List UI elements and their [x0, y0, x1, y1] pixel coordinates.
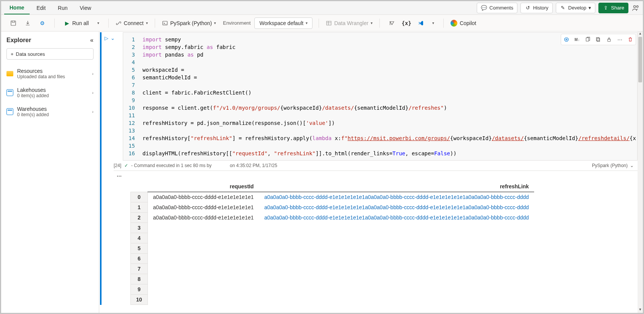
delete-cell-icon[interactable] — [626, 35, 635, 44]
run-cell-icon[interactable]: ▷ — [105, 35, 108, 41]
ribbon: ⚙ ▶ Run all ▾ Connect ▾ PySpark (Python)… — [1, 15, 643, 32]
code-content[interactable]: import sempy import sempy.fabric as fabr… — [138, 33, 638, 160]
explorer-header: Explorer « — [1, 35, 99, 48]
tab-edit[interactable]: Edit — [31, 2, 51, 14]
comments-button[interactable]: 💬 Comments — [477, 3, 517, 13]
convert-markdown-icon[interactable]: M↓ — [573, 35, 582, 44]
save-button[interactable] — [7, 17, 19, 29]
chevron-down-icon: ▾ — [97, 21, 99, 25]
freeze-button[interactable] — [386, 17, 398, 29]
connect-icon — [116, 20, 122, 26]
scroll-up-icon[interactable]: ▲ — [638, 32, 643, 37]
duplicate-cell-icon[interactable] — [594, 35, 603, 44]
chevron-down-icon: ▾ — [214, 21, 216, 25]
row-index: 5 — [131, 243, 148, 254]
download-button[interactable] — [22, 17, 34, 29]
explorer-panel: Explorer « + Data sources Resources Uplo… — [1, 32, 99, 313]
check-icon: ✓ — [124, 163, 128, 168]
copilot-button[interactable]: Copilot — [447, 17, 479, 29]
exec-status-bar: [24] ✓ - Command executed in 1 sec 80 ms… — [114, 161, 638, 171]
tab-run[interactable]: Run — [52, 2, 73, 14]
scroll-track[interactable] — [638, 37, 643, 308]
run-all-label: Run all — [72, 20, 89, 26]
table-row: 4 — [131, 233, 535, 243]
kernel-selector[interactable]: PySpark (Python) ▾ — [159, 17, 219, 29]
code-editor[interactable]: 12345678910111213141516 import sempy imp… — [123, 32, 638, 161]
copilot-label: Copilot — [460, 20, 476, 26]
tab-view[interactable]: View — [75, 2, 97, 14]
lock-cell-icon[interactable] — [604, 35, 614, 44]
table-row: 3 — [131, 223, 535, 233]
chevron-right-icon: › — [92, 90, 94, 95]
explorer-title: Explorer — [6, 37, 31, 44]
tree-label: Lakehouses 0 item(s) added — [17, 87, 92, 98]
cell-requestid: a0a0a0a0-bbbb-cccc-dddd-e1e1e1e1e1e1 — [148, 192, 259, 202]
scroll-down-icon[interactable]: ▼ — [638, 308, 643, 313]
chevron-down-icon[interactable]: ⌄ — [630, 163, 634, 168]
share-button[interactable]: ⇪ Share — [598, 3, 628, 13]
ribbon-separator — [379, 19, 380, 28]
code-cell: ▷ ⌄ 12345678910111213141516 import sempy… — [100, 32, 638, 305]
table-row: 2 a0a0a0a0-bbbb-cccc-dddd-e1e1e1e1e1e1 a… — [131, 213, 535, 223]
folder-icon — [6, 71, 13, 76]
explorer-item-warehouses[interactable]: Warehouses 0 item(s) added › — [1, 102, 99, 121]
presence-icon[interactable] — [631, 4, 640, 12]
connect-button[interactable]: Connect ▾ — [113, 17, 151, 29]
settings-button[interactable]: ⚙ — [36, 17, 48, 29]
braces-icon: {x} — [403, 20, 409, 26]
run-all-dropdown[interactable]: ▾ — [94, 17, 102, 29]
ribbon-file-group: ⚙ — [5, 17, 51, 29]
pencil-icon: ✎ — [560, 5, 566, 11]
chevron-down-icon: ▾ — [588, 5, 591, 11]
copilot-icon — [450, 20, 457, 27]
explorer-tree: Resources Uploaded data and files › Lake… — [1, 64, 99, 121]
history-icon: ↺ — [525, 5, 531, 11]
more-cell-icon[interactable]: ⋯ — [615, 35, 624, 44]
database-icon — [6, 108, 13, 115]
freeze-icon — [389, 20, 395, 26]
explorer-item-resources[interactable]: Resources Uploaded data and files › — [1, 64, 99, 83]
vscode-button[interactable] — [415, 17, 427, 29]
vscode-dropdown[interactable]: ▾ — [429, 17, 437, 29]
collapse-explorer-icon[interactable]: « — [90, 37, 94, 44]
copy-cell-icon[interactable] — [583, 35, 592, 44]
refresh-link[interactable]: a0a0a0a0-bbbb-cccc-dddd-e1e1e1e1e1e1a0a0… — [264, 194, 529, 200]
row-index: 8 — [131, 274, 148, 284]
output-menu-icon[interactable]: ⋯ — [117, 171, 638, 181]
cell-requestid: a0a0a0a0-bbbb-cccc-dddd-e1e1e1e1e1e1 — [148, 213, 259, 223]
ribbon-separator — [443, 19, 444, 28]
tree-label: Warehouses 0 item(s) added — [17, 106, 92, 117]
table-row: 5 — [131, 243, 535, 254]
ribbon-separator — [155, 19, 155, 28]
environment-label: Environment — [223, 20, 251, 26]
ribbon-tools-group: {x} ▾ — [384, 17, 439, 29]
cell-menu-icon[interactable]: ⌄ — [111, 35, 115, 41]
row-index: 0 — [131, 192, 148, 202]
output-table: requestId refreshLink 0 a0a0a0a0-bbbb-cc… — [130, 181, 534, 305]
row-index: 7 — [131, 264, 148, 274]
connect-label: Connect — [124, 20, 144, 26]
run-all-button[interactable]: ▶ Run all — [61, 17, 92, 29]
develop-button[interactable]: ✎ Develop ▾ — [556, 3, 596, 13]
explorer-item-lakehouses[interactable]: Lakehouses 0 item(s) added › — [1, 83, 99, 102]
chevron-down-icon: ▾ — [146, 21, 148, 25]
refresh-link[interactable]: a0a0a0a0-bbbb-cccc-dddd-e1e1e1e1e1e1a0a0… — [264, 204, 529, 210]
tree-label: Resources Uploaded data and files — [17, 68, 92, 79]
data-wrangler-button[interactable]: Data Wrangler ▾ — [323, 17, 376, 29]
tab-home[interactable]: Home — [4, 2, 30, 14]
vertical-scrollbar[interactable]: ▲ ▼ — [638, 32, 643, 313]
row-index: 4 — [131, 233, 148, 243]
table-row: 8 — [131, 274, 535, 284]
toggle-parameter-icon[interactable] — [562, 35, 571, 44]
environment-selector[interactable]: Workspace default ▾ — [254, 17, 312, 29]
table-row: 7 — [131, 264, 535, 274]
cell-toolbar: M↓ ⋯ — [561, 34, 636, 45]
data-sources-button[interactable]: + Data sources — [6, 48, 94, 60]
refresh-link[interactable]: a0a0a0a0-bbbb-cccc-dddd-e1e1e1e1e1e1a0a0… — [264, 215, 529, 221]
cell-refreshlink: a0a0a0a0-bbbb-cccc-dddd-e1e1e1e1e1e1a0a0… — [259, 213, 534, 223]
history-button[interactable]: ↺ History — [520, 3, 552, 13]
scroll-thumb[interactable] — [638, 37, 642, 82]
exec-status-text: - Command executed in 1 sec 80 ms by — [131, 163, 211, 168]
chevron-down-icon: ▾ — [306, 21, 308, 25]
variable-button[interactable]: {x} — [400, 17, 412, 29]
